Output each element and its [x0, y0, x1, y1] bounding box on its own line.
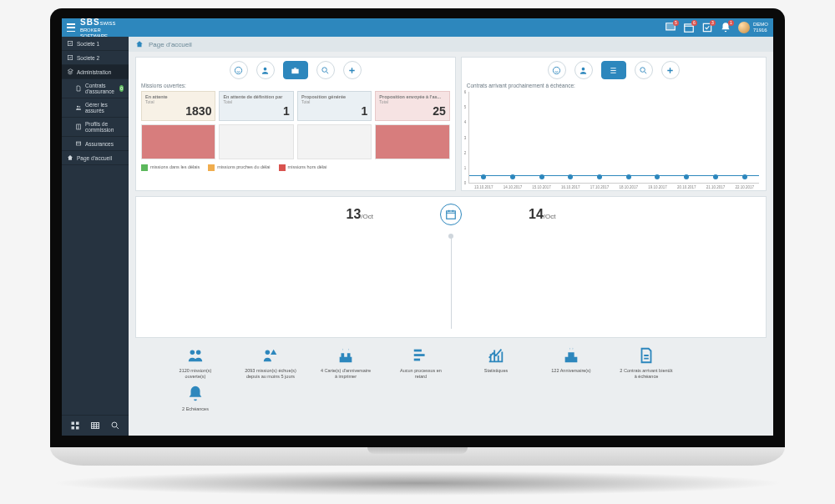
- card-value: 1: [223, 104, 289, 118]
- sidebar-item-contrats[interactable]: Contrats d'assurance 0: [62, 79, 129, 98]
- app-screen: SBSSWISSBROKERSOFTWARE 5 6 3: [62, 18, 773, 436]
- sidebar-item-assures[interactable]: Gérer les assurés: [62, 98, 129, 118]
- card-value: 1: [301, 104, 367, 118]
- mission-fill-row: [141, 124, 450, 159]
- sidebar-item-admin[interactable]: Administration: [62, 65, 129, 79]
- user-id: 71916: [753, 28, 768, 33]
- home-icon[interactable]: [135, 40, 144, 48]
- card-value: 25: [379, 104, 445, 118]
- tab-add-icon[interactable]: [343, 61, 362, 79]
- stat-statistics[interactable]: Statistiques: [469, 346, 523, 380]
- svg-rect-21: [447, 211, 456, 219]
- svg-rect-26: [414, 354, 425, 356]
- user-menu[interactable]: DEMO 71916: [738, 22, 768, 33]
- tasks-icon[interactable]: 3: [701, 22, 713, 33]
- badge: 3: [710, 20, 716, 26]
- tab-add-icon[interactable]: [661, 61, 680, 79]
- badge: 1: [728, 20, 734, 26]
- contracts-title: Contrats arrivant prochainement à échéan…: [467, 83, 761, 88]
- stat-missions-open[interactable]: 2120 mission(s) ouverte(s): [169, 346, 222, 380]
- calendar-panel: 13/Oct 14/Oct: [135, 196, 767, 338]
- card-en-attente[interactable]: En attente Total 1830: [141, 91, 215, 121]
- tab-search-icon[interactable]: [316, 61, 335, 79]
- stats-row: 2120 mission(s) ouverte(s) 2093 mission(…: [135, 346, 767, 412]
- tab-user-icon[interactable]: [574, 61, 593, 79]
- timeline-line: [451, 235, 452, 329]
- svg-point-20: [640, 67, 645, 72]
- card-definition[interactable]: En attente de définition par Total 1: [219, 91, 293, 121]
- sidebar-badge: 0: [119, 85, 124, 92]
- topbar-right: 5 6 3 1: [665, 22, 768, 33]
- tab-user-icon[interactable]: [256, 61, 275, 79]
- topbar: SBSSWISSBROKERSOFTWARE 5 6 3: [62, 18, 773, 37]
- badge: 5: [673, 20, 679, 26]
- tab-search-icon[interactable]: [635, 61, 653, 79]
- sidebar-item-societe1[interactable]: Societe 1: [62, 37, 129, 51]
- fillbox: [141, 124, 215, 159]
- legend-label: missions proches du délai: [217, 164, 270, 169]
- tab-list-icon[interactable]: [601, 61, 626, 79]
- svg-point-5: [79, 106, 81, 108]
- card-label: En attente de définition par: [223, 94, 289, 99]
- legend-label: missions hors délai: [288, 164, 327, 169]
- stat-birthday-cards[interactable]: 4 Carte(s) d'anniversaire à imprimer: [319, 346, 372, 380]
- missions-title: Missions ouvertes:: [141, 83, 450, 88]
- svg-rect-9: [76, 422, 79, 426]
- calendar-day-next[interactable]: 14/Oct: [529, 207, 555, 222]
- sidebar-item-profils[interactable]: Profils de commission: [62, 118, 129, 137]
- stat-missions-due[interactable]: 2093 mission(s) échue(s) depuis au moins…: [244, 346, 297, 380]
- grid-icon[interactable]: [70, 421, 80, 431]
- main: Page d'accueil: [129, 37, 773, 436]
- bell-icon[interactable]: 1: [720, 22, 731, 33]
- svg-rect-27: [414, 359, 420, 361]
- calendar-day-prev[interactable]: 13/Oct: [347, 207, 373, 222]
- svg-rect-11: [76, 426, 79, 430]
- sidebar-item-label: Assurances: [85, 141, 114, 147]
- svg-rect-10: [72, 426, 75, 430]
- screen-bezel: SBSSWISSBROKERSOFTWARE 5 6 3: [50, 8, 785, 447]
- svg-rect-2: [68, 41, 72, 45]
- calendar-picker-icon[interactable]: [440, 204, 462, 225]
- sidebar-item-label: Contrats d'assurance: [85, 83, 116, 94]
- tab-smile-icon[interactable]: [230, 61, 248, 79]
- stat-processes[interactable]: Aucun processus en retard: [394, 346, 448, 380]
- user-name: DEMO: [753, 22, 768, 28]
- laptop-shadow: [50, 471, 785, 496]
- svg-point-24: [266, 350, 271, 355]
- sidebar-toolbar: [62, 415, 129, 436]
- sidebar-item-label: Societe 2: [77, 55, 99, 61]
- svg-rect-16: [292, 68, 299, 73]
- svg-rect-8: [72, 422, 75, 426]
- svg-point-17: [322, 67, 327, 72]
- table-icon[interactable]: [90, 421, 100, 431]
- fillbox: [297, 124, 372, 159]
- tab-smile-icon[interactable]: [548, 61, 566, 79]
- missions-legend: missions dans les délais missions proche…: [141, 164, 450, 171]
- svg-point-15: [264, 67, 267, 70]
- sidebar-item-label: Profils de commission: [85, 121, 124, 133]
- card-proposition[interactable]: Proposition générée Total 1: [297, 91, 372, 121]
- menu-icon[interactable]: [67, 23, 75, 32]
- stat-contracts-due[interactable]: 2 Contrats arrivant bientôt à échéance: [620, 346, 673, 380]
- laptop-frame: SBSSWISSBROKERSOFTWARE 5 6 3: [50, 8, 785, 496]
- search-icon[interactable]: [110, 421, 120, 431]
- sidebar: Societe 1 Societe 2 Administration Contr…: [62, 37, 129, 436]
- svg-rect-3: [68, 55, 72, 59]
- mission-cards: En attente Total 1830 En attente de défi…: [141, 91, 450, 121]
- svg-rect-7: [76, 142, 80, 145]
- card-label: Proposition envoyée à l'as...: [379, 94, 445, 99]
- svg-point-19: [582, 67, 585, 70]
- sidebar-item-home[interactable]: Page d'accueil: [62, 151, 129, 165]
- avatar: [738, 22, 750, 33]
- breadcrumb: Page d'accueil: [129, 37, 773, 52]
- sidebar-item-societe2[interactable]: Societe 2: [62, 51, 129, 65]
- calendar-icon[interactable]: 6: [683, 22, 695, 33]
- stat-anniversaries[interactable]: 122 Anniversaire(s): [544, 346, 598, 380]
- inbox-icon[interactable]: 5: [665, 22, 676, 33]
- sidebar-item-label: Gérer les assurés: [85, 102, 124, 113]
- stat-echeances[interactable]: 2 Echéances: [169, 385, 222, 412]
- card-envoyee[interactable]: Proposition envoyée à l'as... Total 25: [375, 91, 449, 121]
- tab-briefcase-icon[interactable]: [283, 61, 308, 79]
- sidebar-item-assurances[interactable]: Assurances: [62, 137, 129, 151]
- sidebar-item-label: Societe 1: [77, 41, 99, 47]
